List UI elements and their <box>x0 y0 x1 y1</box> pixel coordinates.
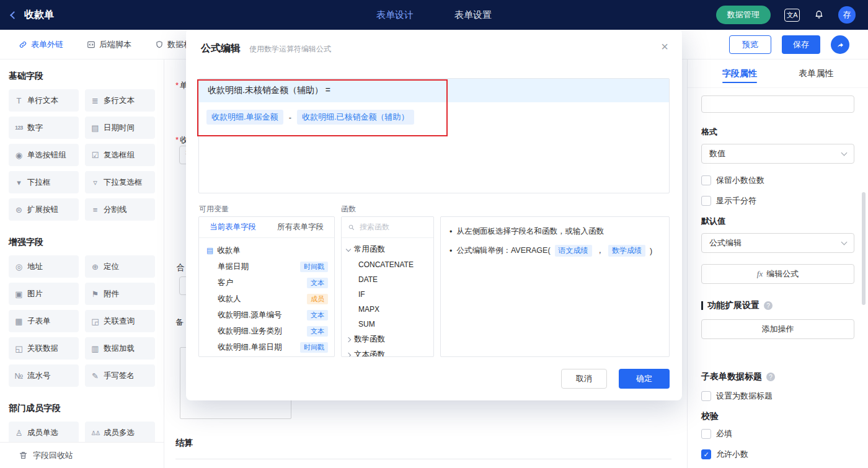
palette-item-multi-line-text[interactable]: ≣多行文本 <box>85 89 155 112</box>
palette-item-label: 分割线 <box>104 205 127 215</box>
bullet: • <box>450 227 452 236</box>
palette-item-label: 图片 <box>27 289 43 299</box>
variable-item[interactable]: 收款人成员 <box>199 291 334 307</box>
palette-item-single-line-text[interactable]: T单行文本 <box>9 89 79 112</box>
external-link-item[interactable]: 表单外链 <box>19 39 63 50</box>
function-item[interactable]: SUM <box>342 317 433 332</box>
formula-expression-row: 收款明细.单据金额 - 收款明细.已核销金额（辅助） <box>199 102 669 132</box>
signature-icon: ✎ <box>89 371 101 381</box>
palette-item-data-load[interactable]: ▥数据加载 <box>85 337 155 360</box>
properties-panel: 字段属性 表单属性 格式 数值 保留小数位数 显示千分符 默认值 公式编辑 fx… <box>687 60 868 468</box>
backend-script-item[interactable]: 后端脚本 <box>87 39 131 50</box>
tab-current-form-fields[interactable]: 当前表单字段 <box>199 222 267 232</box>
palette-item-extend-button[interactable]: ⊜扩展按钮 <box>9 198 79 221</box>
palette-item-divider[interactable]: ≡分割线 <box>85 198 155 221</box>
palette-item-related-query[interactable]: ◲关联查询 <box>85 310 155 332</box>
palette-item-number[interactable]: 123数字 <box>9 117 79 139</box>
function-group-text[interactable]: 文本函数 <box>342 347 433 357</box>
add-action-button[interactable]: 添加操作 <box>701 319 854 339</box>
help-icon[interactable]: ? <box>766 373 775 381</box>
tab-form-design[interactable]: 表单设计 <box>376 9 414 21</box>
confirm-button[interactable]: 确定 <box>619 369 670 389</box>
palette-item-label: 复选框组 <box>104 150 135 161</box>
variable-item[interactable]: 收款明细.单据日期时间戳 <box>199 339 334 355</box>
function-group-label: 文本函数 <box>354 350 385 357</box>
formula-editor[interactable]: 收款明细.未核销金额（辅助） = 收款明细.单据金额 - 收款明细.已核销金额（… <box>198 78 670 193</box>
cancel-button[interactable]: 取消 <box>561 369 607 389</box>
allow-decimal-checkbox[interactable]: ✓ <box>701 449 711 459</box>
variable-item[interactable]: 收款明细.源单编号文本 <box>199 307 334 323</box>
palette-item-datetime[interactable]: ▤日期时间 <box>85 117 155 139</box>
variable-item[interactable]: 收款明细.业务类别文本 <box>199 323 334 339</box>
variable-name: 收款人 <box>218 294 241 304</box>
function-item[interactable]: IF <box>342 287 433 302</box>
bell-icon[interactable] <box>813 9 825 20</box>
palette-item-location[interactable]: ⊕定位 <box>85 255 155 278</box>
variable-item[interactable]: 客户文本 <box>199 275 334 291</box>
field-recycle-bin[interactable]: 字段回收站 <box>0 442 164 468</box>
back-icon[interactable] <box>10 11 18 19</box>
thousands-separator-checkbox[interactable] <box>701 196 711 206</box>
function-item[interactable]: CONCATENATE <box>342 257 433 272</box>
decimal-places-checkbox[interactable] <box>701 175 711 185</box>
subform-icon: ▦ <box>13 317 25 326</box>
preview-button[interactable]: 预览 <box>729 35 771 54</box>
palette-item-radio-group[interactable]: ◉单选按钮组 <box>9 144 79 166</box>
palette-item-image[interactable]: ▣图片 <box>9 283 79 305</box>
tab-all-form-fields[interactable]: 所有表单字段 <box>267 222 334 232</box>
field-name-input[interactable] <box>701 95 854 113</box>
variable-item[interactable]: 单据日期时间戳 <box>199 258 334 275</box>
function-group-math[interactable]: 数学函数 <box>342 332 433 347</box>
variables-tree: ▤ 收款单 单据日期时间戳 客户文本 收款人成员 收款明细.源单编号文本 收款明… <box>199 238 334 357</box>
thousands-separator-label: 显示千分符 <box>716 195 756 206</box>
function-search-placeholder: 搜索函数 <box>360 222 389 232</box>
palette-item-member-single[interactable]: ♙成员单选 <box>9 422 79 444</box>
palette-item-serial-number[interactable]: №流水号 <box>9 364 79 387</box>
scrollbar[interactable] <box>862 192 866 305</box>
subform-title-header: 子表单数据标题 ? <box>701 371 854 382</box>
settlement-section-title: 结算 <box>175 438 193 449</box>
edit-formula-button[interactable]: fx 编辑公式 <box>701 264 854 284</box>
required-label: 必填 <box>716 428 732 439</box>
palette-item-signature[interactable]: ✎手写签名 <box>85 364 155 387</box>
function-search-input[interactable]: 搜索函数 <box>342 217 433 238</box>
avatar[interactable]: 存 <box>838 6 856 24</box>
palette-item-label: 地址 <box>27 262 43 272</box>
default-value-select-value: 公式编辑 <box>709 237 742 249</box>
palette-item-subform[interactable]: ▦子表单 <box>9 310 79 332</box>
function-item[interactable]: MAPX <box>342 302 433 317</box>
modal-header: 公式编辑 使用数学运算符编辑公式 <box>186 29 682 55</box>
tab-form-settings[interactable]: 表单设置 <box>454 9 492 21</box>
close-icon[interactable]: × <box>661 40 668 54</box>
palette-item-dropdown[interactable]: ▾下拉框 <box>9 171 79 193</box>
formula-operand-chip[interactable]: 收款明细.已核销金额（辅助） <box>297 110 414 125</box>
function-group-common[interactable]: 常用函数 <box>342 242 433 257</box>
palette-item-multi-dropdown[interactable]: ▿下拉复选框 <box>85 171 155 193</box>
palette-item-label: 子表单 <box>27 316 51 327</box>
set-data-title-checkbox[interactable] <box>701 391 711 401</box>
share-button[interactable] <box>831 35 849 54</box>
palette-item-address[interactable]: ◎地址 <box>9 255 79 278</box>
translate-icon[interactable]: 文A <box>784 9 800 22</box>
variable-name: 收款明细.源单编号 <box>218 310 281 320</box>
palette-item-checkbox-group[interactable]: ☑复选框组 <box>85 144 155 166</box>
required-checkbox[interactable] <box>701 429 711 439</box>
palette-item-member-multi[interactable]: ♙♙成员多选 <box>85 422 155 444</box>
format-select[interactable]: 数值 <box>701 144 854 164</box>
tab-form-properties[interactable]: 表单属性 <box>778 60 855 87</box>
field-palette: 基础字段 T单行文本 ≣多行文本 123数字 ▤日期时间 ◉单选按钮组 ☑复选框… <box>0 60 164 468</box>
palette-item-attachment[interactable]: ⚑附件 <box>85 283 155 305</box>
function-item[interactable]: DATE <box>342 272 433 287</box>
palette-item-related-data[interactable]: ◱关联数据 <box>9 337 79 360</box>
tree-root-item[interactable]: ▤ 收款单 <box>199 242 334 258</box>
save-button[interactable]: 保存 <box>782 35 820 54</box>
tab-field-properties[interactable]: 字段属性 <box>701 60 778 87</box>
function-group-label: 常用函数 <box>354 244 385 255</box>
formula-operand-chip[interactable]: 收款明细.单据金额 <box>206 110 283 125</box>
help-icon[interactable]: ? <box>764 301 773 310</box>
set-data-title-label: 设置为数据标题 <box>716 391 773 402</box>
data-manage-button[interactable]: 数据管理 <box>716 6 771 24</box>
format-label: 格式 <box>701 126 854 138</box>
default-value-select[interactable]: 公式编辑 <box>701 233 854 253</box>
chevron-down-icon <box>346 246 351 251</box>
